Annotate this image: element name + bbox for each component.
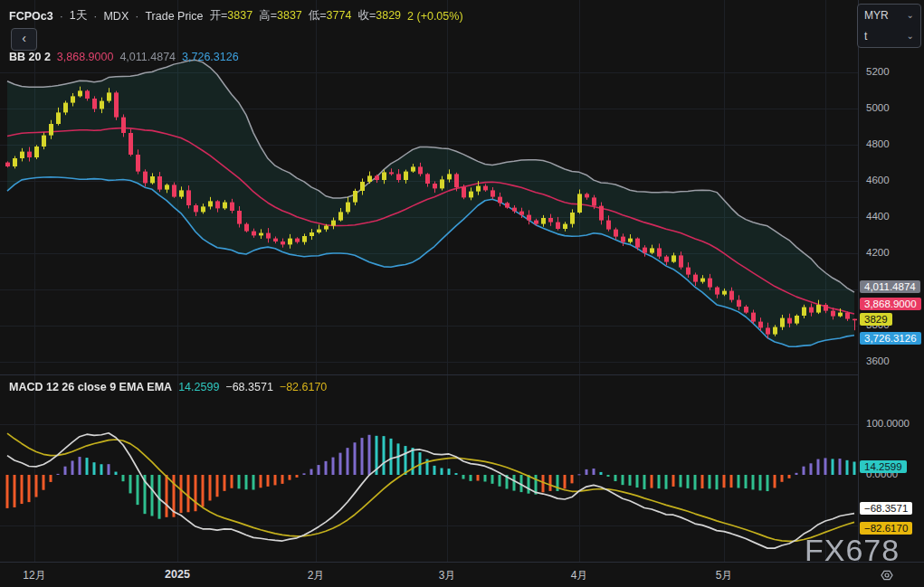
macd-indicator-legend[interactable]: MACD 12 26 close 9 EMA EMA 14.2599 −68.3… [9, 381, 327, 393]
macd-level-label: −68.3571 [860, 502, 912, 515]
symbol-name[interactable]: FCPOc3 [9, 10, 53, 23]
price-tick: 5000 [866, 102, 890, 113]
exchange: MDX [103, 10, 129, 23]
macd-hist-value: 14.2599 [178, 381, 219, 393]
chevron-down-icon: ⌄ [907, 31, 914, 41]
unit-dropdown[interactable]: t ⌄ [858, 25, 920, 46]
interval[interactable]: 1天 [70, 8, 87, 24]
macd-title: MACD 12 26 close 9 EMA EMA [9, 381, 172, 393]
bb-indicator-legend[interactable]: BB 20 2 3,868.9000 4,011.4874 3,726.3126 [9, 51, 239, 63]
price-level-label: 3,868.9000 [860, 298, 921, 310]
price-tick: 4800 [866, 138, 890, 149]
bb-upper-value: 4,011.4874 [119, 51, 176, 63]
price-level-label: 3829 [860, 313, 892, 326]
price-level-label: 3,726.3126 [860, 332, 921, 345]
macd-line-value: −68.3571 [225, 381, 272, 393]
symbol-info-bar: FCPOc3 · 1天 · MDX · Trade Price 开=3837 高… [9, 8, 463, 24]
price-chart-canvas[interactable] [0, 0, 858, 562]
watermark: FX678 [805, 533, 900, 568]
time-axis-label: 3月 [439, 568, 456, 583]
price-tick: 4600 [866, 175, 890, 185]
macd-signal-value: −82.6170 [280, 381, 327, 393]
time-axis-label: 5月 [716, 568, 733, 583]
time-axis[interactable]: 12月20252月3月4月5月 [0, 562, 924, 587]
bb-title: BB 20 2 [9, 51, 51, 63]
settings-icon[interactable] [880, 568, 894, 582]
bb-lower-value: 3,726.3126 [182, 51, 239, 63]
time-axis-label: 2025 [165, 568, 190, 581]
currency-dropdown[interactable]: MYR ⌄ [858, 5, 920, 25]
price-level-label: 4,011.4874 [860, 280, 920, 293]
price-tick: 4200 [866, 247, 890, 258]
price-axis[interactable]: 520050004800460044004200400038003600100.… [858, 0, 924, 562]
pane-divider[interactable] [0, 374, 924, 375]
chevron-down-icon: ⌄ [907, 10, 914, 20]
low-value: 低=3774 [309, 8, 352, 24]
macd-tick: 100.0000 [866, 418, 910, 429]
open-value: 开=3837 [210, 8, 253, 24]
close-value: 收=3829 [357, 8, 401, 24]
change-value: 2 (+0.05%) [407, 10, 463, 23]
currency-unit-selector: MYR ⌄ t ⌄ [857, 4, 921, 48]
macd-level-label: 14.2599 [860, 460, 907, 473]
price-tick: 4400 [866, 211, 890, 222]
price-tick: 5200 [866, 66, 890, 77]
time-axis-label: 12月 [23, 568, 45, 583]
time-axis-label: 2月 [308, 568, 325, 583]
time-axis-label: 4月 [571, 568, 588, 583]
price-type: Trade Price [145, 10, 203, 23]
price-tick: 3600 [866, 355, 890, 366]
trading-chart-app: FCPOc3 · 1天 · MDX · Trade Price 开=3837 高… [0, 0, 924, 587]
chevron-left-icon: ‹ [22, 31, 26, 45]
back-button[interactable]: ‹ [11, 28, 37, 51]
high-value: 高=3837 [259, 8, 302, 24]
bb-basis-value: 3,868.9000 [57, 51, 114, 63]
